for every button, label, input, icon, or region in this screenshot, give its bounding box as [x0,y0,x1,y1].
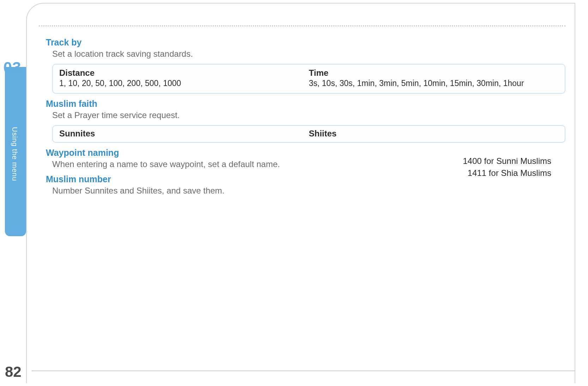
opt-values-time: 3s, 10s, 30s, 1min, 3min, 5min, 10min, 1… [309,79,559,88]
note-line-2: 1411 for Shia Muslims [463,167,551,179]
chapter-label: Using the menu [11,127,19,181]
chapter-number: 03 [0,59,25,76]
option-col-shiites: Shiites [309,129,559,139]
opt-values-distance: 1, 10, 20, 50, 100, 200, 500, 1000 [59,79,309,88]
footer-rule [32,370,575,371]
muslim-number-note: 1400 for Sunni Muslims 1411 for Shia Mus… [463,155,551,179]
opt-label-time: Time [309,68,559,78]
option-col-time: Time 3s, 10s, 30s, 1min, 3min, 5min, 10m… [309,68,559,88]
note-line-1: 1400 for Sunni Muslims [463,155,551,167]
section-title-muslim-faith: Muslim faith [46,99,565,109]
page-number: 82 [5,363,22,380]
option-box-muslim-faith: Sunnites Shiites [52,125,565,143]
header-dotted-rule [39,25,565,26]
content-area: Track by Set a location track saving sta… [46,32,565,196]
opt-label-distance: Distance [59,68,309,78]
section-desc-track-by: Set a location track saving standards. [52,49,565,59]
option-col-sunnites: Sunnites [59,129,309,139]
option-col-distance: Distance 1, 10, 20, 50, 100, 200, 500, 1… [59,68,309,88]
option-box-track-by: Distance 1, 10, 20, 50, 100, 200, 500, 1… [52,64,565,94]
opt-label-shiites: Shiites [309,129,559,139]
section-title-track-by: Track by [46,37,565,48]
section-desc-muslim-number: Number Sunnites and Shiites, and save th… [52,186,565,196]
section-desc-muslim-faith: Set a Prayer time service request. [52,110,565,120]
opt-label-sunnites: Sunnites [59,129,309,139]
